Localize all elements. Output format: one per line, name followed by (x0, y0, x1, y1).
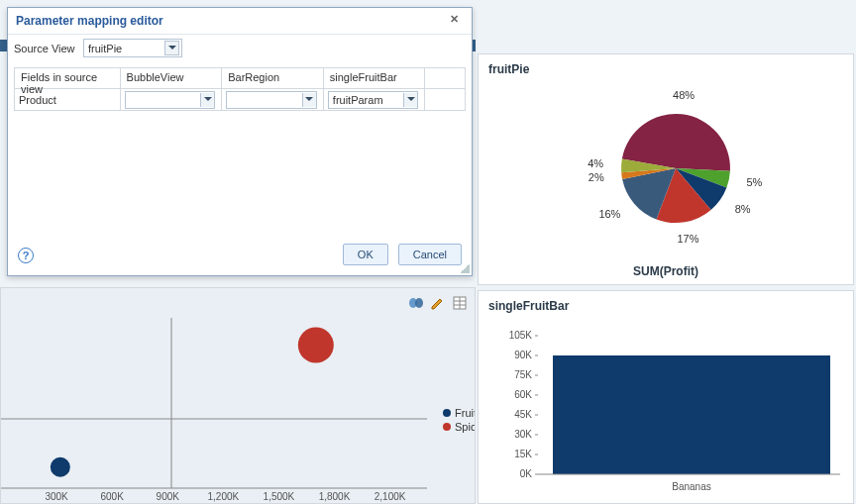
bar-ytick: 30K (514, 429, 532, 440)
bubble-chart-panel: 300K600K900K1,200K1,500K1,800K2,100K Fru… (0, 287, 476, 504)
bar-ytick: 60K (514, 389, 532, 400)
pie-slice-label: 5% (746, 176, 762, 188)
bubble-xtick: 1,500K (264, 491, 295, 502)
dialog-title-text: Parameter mapping editor (16, 14, 163, 28)
bar-ytick: 75K (514, 369, 532, 380)
bar-ytick: 90K (514, 350, 532, 360)
bubble-xtick: 1,200K (207, 491, 239, 502)
bar-chart-panel: singleFruitBar 0K15K30K45K60K75K90K105K … (478, 290, 854, 504)
dialog-title: Parameter mapping editor (8, 8, 472, 35)
bar-category-label: Bananas (672, 481, 710, 492)
bar-ytick: 0K (520, 468, 533, 479)
bar-bananas[interactable] (553, 355, 830, 474)
pie-title: fruitPie (479, 54, 853, 84)
resize-grip[interactable] (460, 263, 470, 273)
bubble-xtick: 900K (157, 491, 180, 502)
bar-ytick: 45K (514, 409, 532, 420)
edit-icon[interactable] (429, 294, 447, 312)
mapping-grid-row: Product fruitParam (14, 89, 466, 111)
pie-chart-panel: fruitPie 48%5%8%17%16%2%4% SUM(Profit) (478, 53, 854, 285)
bubble-param-combo[interactable] (125, 91, 216, 109)
chevron-down-icon (403, 93, 417, 107)
bubble-point[interactable] (298, 328, 334, 363)
svg-point-19 (443, 423, 451, 431)
svg-point-18 (443, 409, 451, 417)
chevron-down-icon (200, 93, 214, 107)
ok-button[interactable]: OK (343, 244, 388, 265)
source-view-combo[interactable]: fruitPie (83, 39, 182, 57)
help-icon[interactable]: ? (18, 248, 34, 263)
source-view-label: Source View (14, 43, 83, 54)
pie-slice-label: 8% (735, 203, 751, 215)
chevron-down-icon (164, 41, 179, 55)
bubble-xtick: 600K (100, 491, 124, 502)
col-bubble-header: BubbleView (121, 68, 223, 89)
bubble-xtick: 300K (45, 491, 68, 502)
chevron-down-icon (302, 93, 316, 107)
merge-icon[interactable] (407, 294, 425, 312)
singlefruit-param-combo[interactable]: fruitParam (328, 91, 419, 109)
data-grid-icon[interactable] (451, 294, 469, 312)
bar-title: singleFruitBar (479, 291, 853, 321)
pie-chart-svg[interactable]: 48%5%8%17%16%2%4% (527, 84, 804, 252)
col-barregion-header: BarRegion (222, 68, 324, 89)
bar-ytick: 15K (514, 449, 532, 459)
pie-slice-label: 2% (588, 171, 604, 183)
svg-point-10 (415, 298, 423, 308)
bar-ytick: 105K (509, 330, 533, 341)
bubble-point[interactable] (51, 457, 70, 477)
legend-spices-label: Spices (455, 421, 475, 433)
pie-caption: SUM(Profit) (479, 264, 853, 278)
col-singlefruit-header: singleFruitBar (324, 68, 426, 89)
source-view-value: fruitPie (88, 43, 122, 54)
bar-chart-svg[interactable]: 0K15K30K45K60K75K90K105K Bananas (488, 321, 845, 499)
bubble-xtick: 1,800K (319, 491, 351, 502)
legend-fruit-label: Fruit (455, 407, 475, 419)
pie-slice-label: 17% (677, 233, 698, 245)
close-icon[interactable] (450, 12, 466, 28)
row-field-name: Product (15, 89, 121, 110)
cancel-button[interactable]: Cancel (398, 244, 462, 265)
bubble-xtick: 2,100K (374, 491, 406, 502)
barregion-param-combo[interactable] (226, 91, 317, 109)
mapping-grid-header: Fields in source view BubbleView BarRegi… (14, 67, 466, 89)
pie-slice-label: 16% (598, 208, 620, 220)
pie-slice-label: 4% (588, 157, 603, 169)
col-fields-header: Fields in source view (15, 68, 121, 89)
bubble-chart-svg[interactable]: 300K600K900K1,200K1,500K1,800K2,100K Fru… (1, 288, 475, 504)
pie-slice-label: 48% (673, 89, 695, 101)
parameter-mapping-dialog: Parameter mapping editor Source View fru… (7, 7, 473, 276)
